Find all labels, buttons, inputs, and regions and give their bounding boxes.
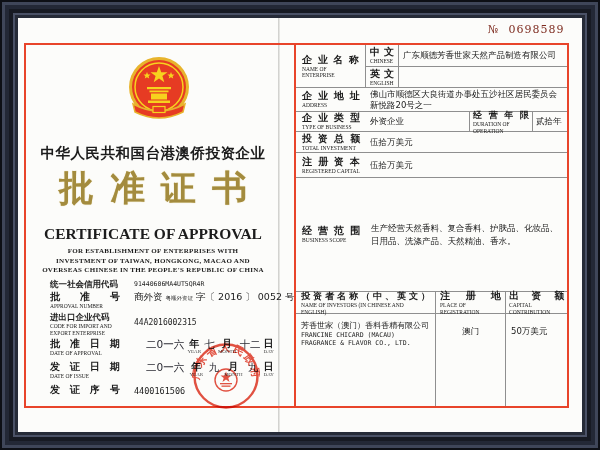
field-credit-code: 统一社会信用代码 91440606MA4UT5QR4R (50, 278, 272, 291)
row-business-scope: 经营范围 BUSINESS SCOPE 生产经营天然香料、复合香料、护肤品、化妆… (296, 178, 567, 292)
approval-date-label: 批准日期 DATE OF APPROVAL (50, 338, 134, 357)
address-label: 企业地址 ADDRESS (296, 88, 366, 111)
row-total-investment: 投资总额 TOTAL INVESTMENT 伍拾万美元 (296, 132, 567, 153)
enterprise-name-label: 企业名称 NAME OF ENTERPRISE (296, 45, 366, 87)
row-enterprise-name: 企业名称 NAME OF ENTERPRISE 中文 CHINESE 广东顺德芳… (296, 45, 567, 88)
enterprise-info-table: 企业名称 NAME OF ENTERPRISE 中文 CHINESE 广东顺德芳… (294, 45, 567, 406)
enterprise-name-values: 中文 CHINESE 广东顺德芳香世家天然产品制造有限公司 英文 ENGLISH (366, 45, 567, 87)
investor-name-cell: 芳香世家（澳门）香料香精有限公司 FRANCINE CHICARD (MACAU… (296, 314, 436, 406)
row-investors-header: 投资者名称（中、英文） NAME OF INVESTORS (IN CHINES… (296, 292, 567, 314)
credit-code-value: 91440606MA4UT5QR4R (134, 278, 272, 288)
address-value: 佛山市顺德区大良街道办事处五沙社区居民委员会新悦路20号之一 (366, 88, 567, 111)
certificate-heading-cn: 中华人民共和国台港澳侨投资企业 (26, 144, 280, 163)
enterprise-name-cn: 广东顺德芳香世家天然产品制造有限公司 (399, 45, 567, 66)
row-investor-data: 芳香世家（澳门）香料香精有限公司 FRANCINE CHICARD (MACAU… (296, 314, 567, 406)
frame-layer: № 0698589 (2, 2, 598, 448)
subtitle-line: OVERSEAS CHINESE IN THE PEOPLE'S REPUBLI… (36, 266, 270, 276)
approval-no-small: 粤顺外资证 (166, 295, 194, 301)
certificate-title-en: CERTIFICATE OF APPROVAL (26, 225, 280, 243)
import-export-value: 44A2016002315 (134, 311, 272, 327)
certificate-no-value: 0698589 (508, 23, 564, 36)
day-unit: 日DAY (264, 361, 274, 378)
place-of-registration-header: 注册地 PLACE OF REGISTRATION (436, 292, 506, 313)
certificate-left-page: 中华人民共和国台港澳侨投资企业 批准证书 CERTIFICATE OF APPR… (26, 45, 280, 406)
frame-layer: № 0698589 (9, 9, 591, 441)
certificate-subtitle-en: FOR ESTABLISHMENT OF ENTERPRISES WITH IN… (36, 247, 270, 276)
approval-number-label: 批准号 APPROVAL NUMBER (50, 291, 134, 310)
day-unit: 日DAY (264, 338, 274, 355)
field-approval-number: 批准号 APPROVAL NUMBER 商外资 粤顺外资证 字〔 2016 〕 … (50, 291, 272, 311)
enterprise-name-en (399, 67, 567, 88)
row-registered-capital: 注册资本 REGISTERED CAPITAL 伍拾万美元 (296, 153, 567, 178)
certificate-serial-number: № 0698589 (488, 23, 564, 36)
business-type-label: 企业类型 TYPE OF BUSINESS (296, 112, 366, 131)
investors-name-header: 投资者名称（中、英文） NAME OF INVESTORS (IN CHINES… (296, 292, 436, 313)
issue-date-label: 发证日期 DATE OF ISSUE (50, 361, 134, 380)
business-scope-label: 经营范围 BUSINESS SCOPE (296, 178, 366, 291)
investor-name-en: FRANCINE CHICARD (MACAU) FRAGRANCE & FLA… (301, 331, 430, 347)
capital-contribution-header: 出资额 CAPITAL CONTRIBUTION (506, 292, 567, 313)
total-investment-label: 投资总额 TOTAL INVESTMENT (296, 132, 366, 152)
business-scope-value: 生产经营天然香料、复合香料、护肤品、化妆品、日用品、洗涤产品、天然精油、香水。 (366, 178, 567, 291)
frame-layer: № 0698589 (13, 13, 587, 437)
chinese-label: 中文 CHINESE (366, 45, 399, 66)
issue-date-year: 二0一六 (146, 361, 184, 375)
credit-code-label: 统一社会信用代码 (50, 278, 134, 290)
approval-no-suffix: 字〔 2016 〕 0052 号 (196, 291, 294, 302)
investor-capital-cell: 50万美元 (506, 314, 567, 406)
certificate-no-label: № (488, 23, 499, 36)
registered-capital-label: 注册资本 REGISTERED CAPITAL (296, 153, 366, 177)
name-chinese-row: 中文 CHINESE 广东顺德芳香世家天然产品制造有限公司 (366, 45, 567, 67)
certificate-title-cn: 批准证书 (26, 165, 280, 212)
certificate-paper: № 0698589 (18, 18, 582, 432)
duration-label: 经营年限 DURATION OF OPERATION (469, 112, 533, 131)
english-label: 英文 ENGLISH (366, 67, 399, 88)
government-seal: 广东省人民政府 (192, 342, 260, 410)
subtitle-line: FOR ESTABLISHMENT OF ENTERPRISES WITH (36, 247, 270, 257)
import-export-label: 进出口企业代码 CODE FOR IMPORT AND EXPORT ENTER… (50, 311, 134, 336)
frame-layer: № 0698589 (15, 15, 585, 435)
registered-capital-value: 伍拾万美元 (366, 153, 567, 177)
duration-value: 贰拾年 (533, 112, 567, 131)
investor-name-cn: 芳香世家（澳门）香料香精有限公司 (301, 321, 430, 331)
row-business-type: 企业类型 TYPE OF BUSINESS 外资企业 经营年限 DURATION… (296, 112, 567, 132)
picture-frame: № 0698589 (0, 0, 600, 450)
frame-layer: № 0698589 (5, 5, 595, 445)
serial-label: 发证序号 (50, 384, 134, 396)
china-national-emblem-icon (127, 54, 191, 126)
subtitle-line: INVESTMENT OF TAIWAN, HONGKONG, MACAO AN… (36, 257, 270, 267)
business-type-value: 外资企业 (366, 112, 469, 131)
approval-date-year: 二0一六 (146, 338, 184, 352)
certificate-red-border: 中华人民共和国台港澳侨投资企业 批准证书 CERTIFICATE OF APPR… (24, 43, 569, 408)
approval-number-value: 商外资 粤顺外资证 字〔 2016 〕 0052 号 (134, 291, 295, 304)
name-english-row: 英文 ENGLISH (366, 67, 567, 88)
total-investment-value: 伍拾万美元 (366, 132, 567, 152)
seal-emblem-icon (215, 369, 237, 391)
approval-no-prefix: 商外资 (134, 291, 163, 302)
investor-place-cell: 澳门 (436, 314, 506, 406)
field-import-export-code: 进出口企业代码 CODE FOR IMPORT AND EXPORT ENTER… (50, 311, 272, 338)
